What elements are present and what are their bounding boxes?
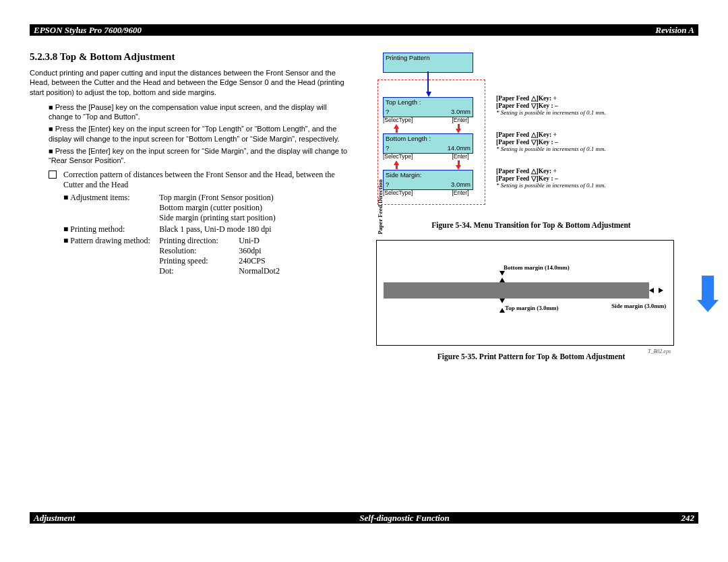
menu-transition-diagram: Printing Pattern Top Length : ?3.0mm [Se… [377, 53, 681, 214]
label-bottom-margin: Bottom margin (14.0mm) [504, 264, 570, 271]
key-up: [Paper Feed △]Key: + [496, 168, 557, 175]
doc-title: EPSON Stylus Pro 7600/9600 [34, 25, 142, 36]
key-down: [Paper Feed ▽]Key : – [496, 102, 558, 109]
footer-left: Adjustment [34, 513, 169, 524]
adj-item: Top margin (Front Sensor position) [159, 193, 274, 202]
menu-bottom-length: Bottom Length : ?14.0mm [383, 133, 473, 154]
menu-side-margin: Side Margin: ?3.0mm [383, 170, 473, 190]
enter-label: [Enter] [448, 189, 473, 196]
instruction-item: Press the [Pause] key on the compensatio… [49, 102, 351, 122]
label-pattern: Pattern drawing method: [70, 236, 159, 246]
menu-val: 3.0mm [451, 108, 471, 116]
key-down: [Paper Feed ▽]Key : – [496, 175, 558, 182]
label-adj-items: Adjustment items: [70, 193, 159, 223]
label-print-method: Printing method: [70, 224, 159, 235]
eps-filename: T_B02.eps [648, 348, 671, 354]
pattern-bar [384, 282, 649, 299]
right-column: Printing Pattern Top Length : ?3.0mm [Se… [364, 49, 698, 501]
value-print-method: Black 1 pass, Uni-D mode 180 dpi [159, 224, 271, 235]
pattern-val: NormalDot2 [239, 266, 280, 276]
key-hint-bottom: [Paper Feed △]Key: + [Paper Feed ▽]Key :… [496, 131, 671, 152]
content-area: 5.2.3.8 Top & Bottom Adjustment Conduct … [30, 49, 698, 501]
menu-q: ? [386, 144, 389, 152]
print-pattern-diagram: Bottom margin (14.0mm) Top margin (3.0mm… [376, 240, 674, 346]
pattern-key: Printing direction: [159, 236, 239, 246]
figure-34-caption: Figure 5-34. Menu Transition for Top & B… [364, 221, 698, 229]
label-paper-feed: Paper Feed Direction [377, 173, 384, 241]
enter-label: [Enter] [448, 117, 473, 123]
pattern-key: Resolution: [159, 246, 239, 256]
section-heading: 5.2.3.8 Top & Bottom Adjustment [30, 51, 351, 63]
pattern-val: 360dpi [239, 246, 280, 256]
key-down: [Paper Feed ▽]Key : – [496, 139, 558, 146]
arrow-down-icon [456, 129, 461, 133]
footer-center: Self-diagnostic Function [169, 513, 640, 524]
enter-label: [Enter] [448, 153, 473, 160]
arrow-down-icon [456, 165, 461, 170]
key-note: * Setting is possible in increments of 0… [496, 109, 606, 116]
label-side-margin: Side margin (3.0mm) [611, 303, 666, 309]
footer-bar: Adjustment Self-diagnostic Function 242 [30, 512, 698, 524]
arrow-up-icon [394, 124, 399, 129]
menu-title: Side Margin: [384, 170, 473, 180]
doc-revision: Revision A [655, 25, 694, 36]
spec-item: Printing method: Black 1 pass, Uni-D mod… [63, 224, 351, 235]
paper-feed-arrow-icon [702, 276, 714, 300]
key-hint-side: [Paper Feed △]Key: + [Paper Feed ▽]Key :… [496, 167, 671, 189]
footer-page: 242 [640, 513, 694, 524]
pattern-val: 240CPS [239, 256, 280, 266]
left-column: 5.2.3.8 Top & Bottom Adjustment Conduct … [30, 49, 364, 501]
spec-list: Adjustment items: Top margin (Front Sens… [63, 193, 351, 276]
pattern-val: Uni-D [239, 236, 280, 246]
pattern-key: Printing speed: [159, 256, 239, 266]
arrow-right-icon [659, 288, 663, 293]
instruction-list: Press the [Pause] key on the compensatio… [49, 102, 351, 166]
flow-line [396, 165, 398, 169]
key-up: [Paper Feed △]Key: + [496, 131, 557, 138]
instruction-item: Press the [Enter] key on the input scree… [49, 146, 351, 166]
adj-item: Bottom margin (cutter position) [159, 203, 262, 212]
key-note: * Setting is possible in increments of 0… [496, 182, 606, 189]
arrow-up-icon [499, 308, 505, 313]
menu-printing-pattern: Printing Pattern [383, 53, 473, 73]
selectype-label: [SelecType] [383, 117, 408, 123]
header-bar: EPSON Stylus Pro 7600/9600 Revision A [30, 24, 698, 36]
menu-title: Printing Pattern [384, 53, 473, 63]
menu-q: ? [386, 181, 389, 189]
label-top-margin: Top margin (3.0mm) [505, 305, 558, 311]
arrow-up-icon [499, 278, 505, 282]
arrow-down-icon [499, 299, 505, 303]
intro-paragraph: Conduct printing and paper cutting and i… [30, 68, 351, 97]
adj-item: Side margin (printing start position) [159, 213, 275, 222]
menu-top-length: Top Length : ?3.0mm [383, 97, 473, 117]
flow-line [396, 129, 398, 133]
flow-line [458, 160, 460, 165]
selectype-label: [SelecType] [383, 189, 408, 196]
selectype-label: [SelecType] [383, 153, 408, 160]
arrow-down-icon [499, 271, 505, 276]
menu-title: Top Length : [384, 98, 473, 107]
key-hint-top: [Paper Feed △]Key: + [Paper Feed ▽]Key :… [496, 94, 671, 116]
instruction-item: Press the [Enter} key on the input scree… [49, 124, 351, 144]
page: EPSON Stylus Pro 7600/9600 Revision A 5.… [0, 0, 728, 23]
menu-q: ? [386, 108, 389, 116]
key-note: * Setting is possible in increments of 0… [496, 146, 606, 152]
arrow-left-icon [649, 288, 654, 293]
flow-line [427, 71, 429, 92]
flow-line [458, 124, 460, 129]
checkbox-text: Correction pattern of distances between … [63, 170, 351, 190]
pattern-key: Dot: [159, 266, 239, 276]
arrow-down-icon [426, 92, 431, 97]
key-up: [Paper Feed △]Key: + [496, 95, 557, 102]
spec-item: Pattern drawing method: Printing directi… [63, 236, 351, 276]
menu-val: 14.0mm [448, 144, 471, 152]
arrow-up-icon [394, 160, 399, 165]
menu-val: 3.0mm [451, 181, 471, 189]
menu-title: Bottom Length : [384, 134, 473, 144]
checkbox-icon [49, 170, 57, 179]
spec-item: Adjustment items: Top margin (Front Sens… [63, 193, 351, 223]
checkbox-item: Correction pattern of distances between … [49, 170, 351, 190]
